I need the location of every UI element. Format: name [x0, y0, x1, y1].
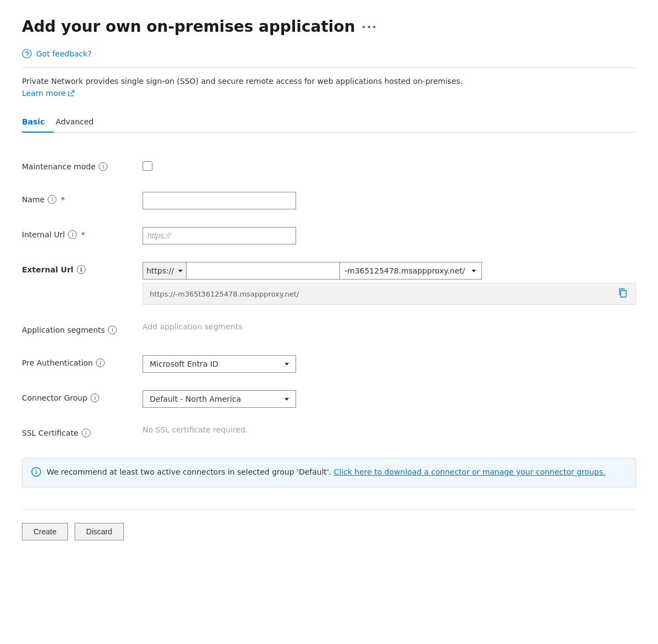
- name-row: Name i *: [22, 183, 636, 218]
- connector-group-select[interactable]: Default - North America: [143, 390, 296, 408]
- header-divider: [22, 67, 636, 68]
- internal-url-label: Internal Url i *: [22, 227, 143, 239]
- pre-authentication-chevron-icon: [285, 363, 289, 366]
- pre-authentication-select[interactable]: Microsoft Entra ID: [143, 355, 296, 373]
- ssl-certificate-info-icon[interactable]: i: [82, 429, 90, 437]
- internal-url-row: Internal Url i *: [22, 218, 636, 253]
- form-section: Maintenance mode i Name i * Internal Url…: [22, 150, 636, 449]
- connector-group-label: Connector Group i: [22, 390, 143, 402]
- discard-button[interactable]: Discard: [75, 523, 123, 540]
- external-url-row: External Url i https:// -m365125478.msap…: [22, 253, 636, 314]
- maintenance-mode-checkbox[interactable]: [143, 161, 152, 171]
- application-segments-label: Application segments i: [22, 322, 143, 334]
- maintenance-mode-label: Maintenance mode i: [22, 159, 143, 171]
- external-url-preview-text: https://-m365t36125478.msappproxy.net/: [150, 290, 612, 298]
- pre-authentication-label: Pre Authentication i: [22, 355, 143, 367]
- external-url-preview-row: https://-m365t36125478.msappproxy.net/: [143, 283, 636, 305]
- connector-group-chevron-icon: [285, 398, 289, 401]
- name-info-icon[interactable]: i: [48, 195, 56, 204]
- application-segments-row: Application segments i Add application s…: [22, 314, 636, 346]
- footer-divider: [22, 509, 636, 510]
- name-control: [143, 192, 636, 209]
- internal-url-required-star: *: [81, 230, 85, 239]
- info-banner-link[interactable]: Click here to download a connector or ma…: [334, 468, 605, 476]
- pre-authentication-row: Pre Authentication i Microsoft Entra ID: [22, 346, 636, 381]
- name-label: Name i *: [22, 192, 143, 204]
- application-segments-control: Add application segments: [143, 322, 636, 331]
- external-url-domain-select[interactable]: -m365125478.msappproxy.net/: [339, 262, 482, 280]
- description-text: Private Network provides single sign-on …: [22, 77, 636, 86]
- application-segments-info-icon[interactable]: i: [108, 326, 117, 334]
- page-title: Add your own on-premises application: [22, 18, 355, 36]
- tabs-container: Basic Advanced: [22, 113, 636, 133]
- external-url-label: External Url i: [22, 262, 143, 274]
- feedback-icon: [22, 49, 32, 59]
- connector-group-info-icon[interactable]: i: [90, 394, 99, 402]
- external-url-protocol-select[interactable]: https://: [143, 262, 186, 280]
- maintenance-mode-control: [143, 159, 636, 173]
- info-banner: We recommend at least two active connect…: [22, 458, 636, 487]
- ssl-certificate-value: No SSL certificate required.: [143, 422, 248, 434]
- footer-buttons: Create Discard: [22, 523, 636, 540]
- maintenance-mode-row: Maintenance mode i: [22, 150, 636, 183]
- tab-advanced[interactable]: Advanced: [54, 113, 103, 133]
- connector-group-control: Default - North America: [143, 390, 636, 408]
- external-url-info-icon[interactable]: i: [77, 265, 86, 274]
- maintenance-mode-info-icon[interactable]: i: [99, 162, 107, 171]
- svg-rect-2: [621, 290, 626, 297]
- external-url-middle-input[interactable]: [186, 262, 339, 280]
- name-required-star: *: [61, 195, 65, 204]
- copy-icon: [618, 288, 628, 298]
- domain-chevron-icon: [472, 270, 476, 272]
- external-link-icon: [68, 90, 75, 96]
- external-url-wrapper: https:// -m365125478.msappproxy.net/ htt…: [143, 262, 636, 305]
- protocol-chevron-icon: [178, 270, 183, 272]
- svg-point-1: [26, 55, 27, 56]
- feedback-button[interactable]: Got feedback?: [22, 49, 636, 59]
- pre-authentication-control: Microsoft Entra ID: [143, 355, 636, 373]
- internal-url-input[interactable]: [143, 227, 296, 244]
- svg-point-5: [36, 470, 37, 471]
- svg-point-0: [22, 49, 31, 58]
- ssl-certificate-control: No SSL certificate required.: [143, 425, 636, 434]
- external-url-control: https:// -m365125478.msappproxy.net/ htt…: [143, 262, 636, 305]
- internal-url-control: [143, 227, 636, 244]
- internal-url-info-icon[interactable]: i: [68, 230, 77, 239]
- info-banner-text: We recommend at least two active connect…: [47, 466, 605, 478]
- learn-more-link[interactable]: Learn more: [22, 89, 75, 98]
- pre-authentication-info-icon[interactable]: i: [96, 358, 105, 367]
- page-title-row: Add your own on-premises application ···: [22, 18, 636, 36]
- add-segments-link[interactable]: Add application segments: [143, 319, 242, 331]
- connector-group-row: Connector Group i Default - North Americ…: [22, 381, 636, 417]
- info-circle-icon: [31, 467, 41, 477]
- tab-basic[interactable]: Basic: [22, 113, 54, 133]
- ssl-certificate-row: SSL Certificate i No SSL certificate req…: [22, 417, 636, 449]
- ssl-certificate-label: SSL Certificate i: [22, 425, 143, 437]
- ellipsis-menu-button[interactable]: ···: [362, 20, 378, 33]
- feedback-label: Got feedback?: [36, 49, 92, 58]
- copy-url-button[interactable]: [617, 287, 629, 301]
- create-button[interactable]: Create: [22, 523, 68, 540]
- info-banner-icon: [31, 467, 41, 479]
- name-input[interactable]: [143, 192, 296, 209]
- external-url-inputs: https:// -m365125478.msappproxy.net/: [143, 262, 636, 280]
